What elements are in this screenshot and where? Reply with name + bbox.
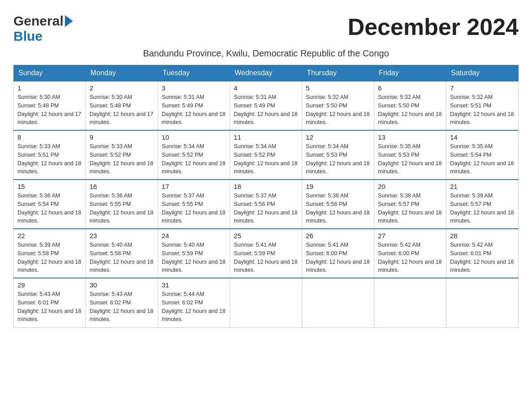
weekday-header-friday: Friday bbox=[374, 65, 446, 81]
day-number: 18 bbox=[234, 183, 298, 190]
calendar-week-row: 22 Sunrise: 5:39 AMSunset: 5:58 PMDaylig… bbox=[14, 229, 519, 278]
day-info: Sunrise: 5:36 AMSunset: 5:54 PMDaylight:… bbox=[17, 193, 81, 224]
calendar-cell bbox=[230, 278, 302, 327]
day-info: Sunrise: 5:30 AMSunset: 5:48 PMDaylight:… bbox=[17, 94, 81, 125]
logo-general-text: General bbox=[13, 13, 64, 29]
day-info: Sunrise: 5:33 AMSunset: 5:51 PMDaylight:… bbox=[17, 143, 81, 175]
calendar-cell: 17 Sunrise: 5:37 AMSunset: 5:55 PMDaylig… bbox=[158, 180, 230, 229]
calendar-cell: 14 Sunrise: 5:35 AMSunset: 5:54 PMDaylig… bbox=[446, 130, 519, 180]
day-number: 21 bbox=[450, 183, 515, 190]
day-info: Sunrise: 5:31 AMSunset: 5:49 PMDaylight:… bbox=[234, 94, 297, 125]
calendar-cell: 4 Sunrise: 5:31 AMSunset: 5:49 PMDayligh… bbox=[230, 81, 302, 130]
day-number: 30 bbox=[90, 281, 154, 289]
day-info: Sunrise: 5:40 AMSunset: 5:59 PMDaylight:… bbox=[162, 242, 225, 273]
page-header: General Blue December 2024 bbox=[13, 13, 519, 44]
calendar-cell: 13 Sunrise: 5:35 AMSunset: 5:53 PMDaylig… bbox=[374, 130, 446, 180]
day-number: 17 bbox=[162, 183, 226, 190]
month-title: December 2024 bbox=[348, 13, 519, 40]
calendar-cell: 25 Sunrise: 5:41 AMSunset: 5:59 PMDaylig… bbox=[230, 229, 302, 278]
day-number: 4 bbox=[234, 84, 298, 92]
calendar-cell: 1 Sunrise: 5:30 AMSunset: 5:48 PMDayligh… bbox=[14, 81, 86, 130]
calendar-cell bbox=[374, 278, 446, 327]
weekday-header-saturday: Saturday bbox=[446, 65, 519, 81]
day-number: 29 bbox=[17, 281, 82, 289]
calendar-cell: 27 Sunrise: 5:42 AMSunset: 6:00 PMDaylig… bbox=[374, 229, 446, 278]
calendar-cell: 30 Sunrise: 5:43 AMSunset: 6:02 PMDaylig… bbox=[86, 278, 158, 327]
day-number: 22 bbox=[17, 232, 82, 240]
day-number: 13 bbox=[378, 133, 442, 141]
day-info: Sunrise: 5:39 AMSunset: 5:57 PMDaylight:… bbox=[450, 193, 514, 224]
weekday-header-tuesday: Tuesday bbox=[158, 65, 230, 81]
calendar-cell: 29 Sunrise: 5:43 AMSunset: 6:01 PMDaylig… bbox=[14, 278, 86, 327]
day-info: Sunrise: 5:42 AMSunset: 6:00 PMDaylight:… bbox=[378, 242, 442, 273]
calendar-cell: 8 Sunrise: 5:33 AMSunset: 5:51 PMDayligh… bbox=[14, 130, 86, 180]
calendar-cell: 16 Sunrise: 5:36 AMSunset: 5:55 PMDaylig… bbox=[86, 180, 158, 229]
day-info: Sunrise: 5:31 AMSunset: 5:49 PMDaylight:… bbox=[162, 94, 225, 125]
calendar-cell: 22 Sunrise: 5:39 AMSunset: 5:58 PMDaylig… bbox=[14, 229, 86, 278]
calendar-cell: 19 Sunrise: 5:38 AMSunset: 5:56 PMDaylig… bbox=[302, 180, 374, 229]
day-number: 8 bbox=[17, 133, 82, 141]
day-info: Sunrise: 5:37 AMSunset: 5:56 PMDaylight:… bbox=[234, 193, 297, 224]
day-info: Sunrise: 5:40 AMSunset: 5:58 PMDaylight:… bbox=[90, 242, 153, 273]
weekday-header-wednesday: Wednesday bbox=[230, 65, 302, 81]
day-info: Sunrise: 5:37 AMSunset: 5:55 PMDaylight:… bbox=[162, 193, 225, 224]
day-number: 23 bbox=[90, 232, 154, 240]
calendar-cell: 15 Sunrise: 5:36 AMSunset: 5:54 PMDaylig… bbox=[14, 180, 86, 229]
day-info: Sunrise: 5:42 AMSunset: 6:01 PMDaylight:… bbox=[450, 242, 514, 273]
day-number: 11 bbox=[234, 133, 298, 141]
day-number: 27 bbox=[378, 232, 442, 240]
day-number: 26 bbox=[306, 232, 370, 240]
calendar-cell: 11 Sunrise: 5:34 AMSunset: 5:52 PMDaylig… bbox=[230, 130, 302, 180]
calendar-cell: 5 Sunrise: 5:32 AMSunset: 5:50 PMDayligh… bbox=[302, 81, 374, 130]
day-info: Sunrise: 5:36 AMSunset: 5:55 PMDaylight:… bbox=[90, 193, 153, 224]
calendar-cell: 3 Sunrise: 5:31 AMSunset: 5:49 PMDayligh… bbox=[158, 81, 230, 130]
day-info: Sunrise: 5:35 AMSunset: 5:54 PMDaylight:… bbox=[450, 143, 514, 175]
day-info: Sunrise: 5:32 AMSunset: 5:50 PMDaylight:… bbox=[378, 94, 442, 125]
day-number: 3 bbox=[162, 84, 226, 92]
day-info: Sunrise: 5:34 AMSunset: 5:52 PMDaylight:… bbox=[234, 143, 297, 175]
calendar-week-row: 15 Sunrise: 5:36 AMSunset: 5:54 PMDaylig… bbox=[14, 180, 519, 229]
day-info: Sunrise: 5:43 AMSunset: 6:01 PMDaylight:… bbox=[17, 291, 81, 322]
day-number: 12 bbox=[306, 133, 370, 141]
calendar-cell bbox=[446, 278, 519, 327]
calendar-week-row: 1 Sunrise: 5:30 AMSunset: 5:48 PMDayligh… bbox=[14, 81, 519, 130]
calendar-cell: 7 Sunrise: 5:32 AMSunset: 5:51 PMDayligh… bbox=[446, 81, 519, 130]
day-info: Sunrise: 5:34 AMSunset: 5:53 PMDaylight:… bbox=[306, 143, 369, 175]
calendar-cell: 28 Sunrise: 5:42 AMSunset: 6:01 PMDaylig… bbox=[446, 229, 519, 278]
calendar-week-row: 8 Sunrise: 5:33 AMSunset: 5:51 PMDayligh… bbox=[14, 130, 519, 180]
day-number: 16 bbox=[90, 183, 154, 190]
day-number: 19 bbox=[306, 183, 370, 190]
day-number: 24 bbox=[162, 232, 226, 240]
calendar-week-row: 29 Sunrise: 5:43 AMSunset: 6:01 PMDaylig… bbox=[14, 278, 519, 327]
day-info: Sunrise: 5:35 AMSunset: 5:53 PMDaylight:… bbox=[378, 143, 442, 175]
weekday-header-thursday: Thursday bbox=[302, 65, 374, 81]
weekday-header-monday: Monday bbox=[86, 65, 158, 81]
calendar-cell: 9 Sunrise: 5:33 AMSunset: 5:52 PMDayligh… bbox=[86, 130, 158, 180]
day-info: Sunrise: 5:43 AMSunset: 6:02 PMDaylight:… bbox=[90, 291, 153, 322]
day-number: 14 bbox=[450, 133, 515, 141]
calendar-cell: 26 Sunrise: 5:41 AMSunset: 6:00 PMDaylig… bbox=[302, 229, 374, 278]
day-number: 1 bbox=[17, 84, 82, 92]
day-info: Sunrise: 5:38 AMSunset: 5:56 PMDaylight:… bbox=[306, 193, 369, 224]
calendar-cell: 31 Sunrise: 5:44 AMSunset: 6:02 PMDaylig… bbox=[158, 278, 230, 327]
day-info: Sunrise: 5:39 AMSunset: 5:58 PMDaylight:… bbox=[17, 242, 81, 273]
day-number: 15 bbox=[17, 183, 82, 190]
day-info: Sunrise: 5:44 AMSunset: 6:02 PMDaylight:… bbox=[162, 291, 225, 322]
day-number: 10 bbox=[162, 133, 226, 141]
logo-blue-text: Blue bbox=[13, 29, 43, 43]
calendar-table: SundayMondayTuesdayWednesdayThursdayFrid… bbox=[13, 65, 519, 328]
day-info: Sunrise: 5:33 AMSunset: 5:52 PMDaylight:… bbox=[90, 143, 153, 175]
page-subtitle: Bandundu Province, Kwilu, Democratic Rep… bbox=[13, 48, 519, 59]
weekday-header-sunday: Sunday bbox=[14, 65, 86, 81]
calendar-cell: 10 Sunrise: 5:34 AMSunset: 5:52 PMDaylig… bbox=[158, 130, 230, 180]
calendar-cell: 12 Sunrise: 5:34 AMSunset: 5:53 PMDaylig… bbox=[302, 130, 374, 180]
calendar-cell: 18 Sunrise: 5:37 AMSunset: 5:56 PMDaylig… bbox=[230, 180, 302, 229]
day-number: 31 bbox=[162, 281, 226, 289]
logo-arrow-icon bbox=[65, 15, 73, 27]
day-number: 6 bbox=[378, 84, 442, 92]
day-number: 7 bbox=[450, 84, 515, 92]
day-number: 5 bbox=[306, 84, 370, 92]
day-info: Sunrise: 5:34 AMSunset: 5:52 PMDaylight:… bbox=[162, 143, 225, 175]
day-info: Sunrise: 5:38 AMSunset: 5:57 PMDaylight:… bbox=[378, 193, 442, 224]
calendar-cell: 20 Sunrise: 5:38 AMSunset: 5:57 PMDaylig… bbox=[374, 180, 446, 229]
